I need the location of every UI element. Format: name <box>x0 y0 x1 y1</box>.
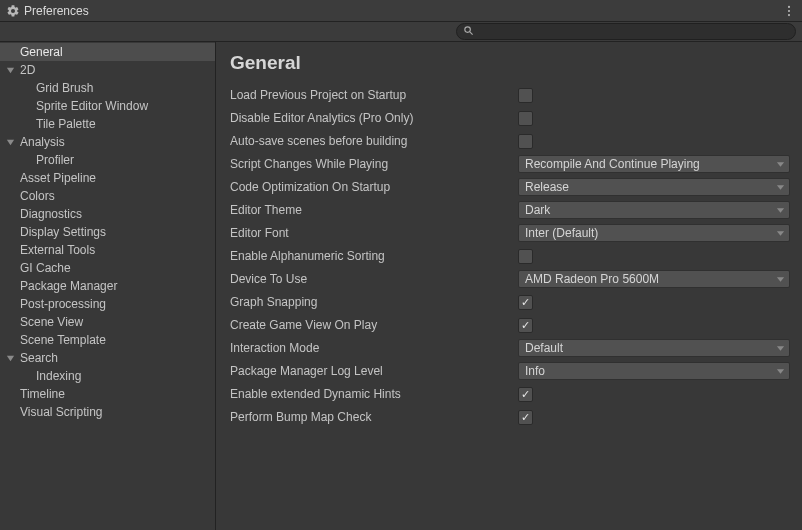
dropdown[interactable]: Dark <box>518 201 790 219</box>
dropdown[interactable]: Recompile And Continue Playing <box>518 155 790 173</box>
setting-label: Load Previous Project on Startup <box>230 88 518 102</box>
sidebar-item-label: Visual Scripting <box>18 405 103 419</box>
dropdown[interactable]: Default <box>518 339 790 357</box>
search-input[interactable] <box>480 26 789 38</box>
sidebar-item[interactable]: Package Manager <box>0 277 215 295</box>
checkbox[interactable] <box>518 295 533 310</box>
sidebar-item-label: Search <box>18 351 58 365</box>
foldout-triangle-icon[interactable] <box>4 66 16 75</box>
checkbox[interactable] <box>518 88 533 103</box>
foldout-triangle-icon[interactable] <box>4 138 16 147</box>
svg-point-1 <box>788 9 790 11</box>
dropdown-value: AMD Radeon Pro 5600M <box>525 272 659 286</box>
dropdown-value: Recompile And Continue Playing <box>525 157 700 171</box>
checkbox[interactable] <box>518 111 533 126</box>
settings-panel: General Load Previous Project on Startup… <box>216 42 802 530</box>
checkbox[interactable] <box>518 134 533 149</box>
searchbar <box>0 22 802 42</box>
more-icon[interactable] <box>782 4 796 18</box>
setting-row: Load Previous Project on Startup <box>230 86 790 104</box>
sidebar-item[interactable]: Analysis <box>0 133 215 151</box>
sidebar-item-label: Package Manager <box>18 279 117 293</box>
sidebar-item-label: GI Cache <box>18 261 71 275</box>
checkbox[interactable] <box>518 318 533 333</box>
dropdown[interactable]: AMD Radeon Pro 5600M <box>518 270 790 288</box>
setting-label: Editor Font <box>230 226 518 240</box>
setting-control <box>518 318 790 333</box>
setting-label: Package Manager Log Level <box>230 364 518 378</box>
sidebar-item[interactable]: 2D <box>0 61 215 79</box>
setting-row: Enable extended Dynamic Hints <box>230 385 790 403</box>
dropdown[interactable]: Release <box>518 178 790 196</box>
checkbox[interactable] <box>518 249 533 264</box>
sidebar-item[interactable]: GI Cache <box>0 259 215 277</box>
sidebar-item[interactable]: Diagnostics <box>0 205 215 223</box>
category-sidebar: General2DGrid BrushSprite Editor WindowT… <box>0 42 216 530</box>
setting-row: Graph Snapping <box>230 293 790 311</box>
sidebar-item-label: 2D <box>18 63 35 77</box>
setting-control <box>518 111 790 126</box>
sidebar-item[interactable]: Colors <box>0 187 215 205</box>
dropdown[interactable]: Inter (Default) <box>518 224 790 242</box>
setting-row: Disable Editor Analytics (Pro Only) <box>230 109 790 127</box>
sidebar-item-label: Profiler <box>34 153 74 167</box>
setting-label: Script Changes While Playing <box>230 157 518 171</box>
setting-row: Create Game View On Play <box>230 316 790 334</box>
sidebar-item[interactable]: Scene Template <box>0 331 215 349</box>
checkbox[interactable] <box>518 410 533 425</box>
chevron-down-icon <box>776 344 785 353</box>
sidebar-item[interactable]: Search <box>0 349 215 367</box>
setting-label: Code Optimization On Startup <box>230 180 518 194</box>
foldout-triangle-icon[interactable] <box>4 354 16 363</box>
sidebar-item-label: Timeline <box>18 387 65 401</box>
page-heading: General <box>230 52 790 74</box>
setting-control: Inter (Default) <box>518 224 790 242</box>
setting-row: Script Changes While PlayingRecompile An… <box>230 155 790 173</box>
sidebar-item[interactable]: Visual Scripting <box>0 403 215 421</box>
setting-control: Default <box>518 339 790 357</box>
setting-label: Auto-save scenes before building <box>230 134 518 148</box>
sidebar-item-label: Display Settings <box>18 225 106 239</box>
setting-label: Graph Snapping <box>230 295 518 309</box>
setting-label: Disable Editor Analytics (Pro Only) <box>230 111 518 125</box>
setting-row: Auto-save scenes before building <box>230 132 790 150</box>
dropdown-value: Info <box>525 364 545 378</box>
window-title: Preferences <box>24 4 89 18</box>
sidebar-item[interactable]: Timeline <box>0 385 215 403</box>
chevron-down-icon <box>776 160 785 169</box>
setting-control <box>518 387 790 402</box>
sidebar-item-label: Indexing <box>34 369 81 383</box>
svg-line-4 <box>470 31 473 34</box>
sidebar-item[interactable]: Profiler <box>0 151 215 169</box>
checkbox[interactable] <box>518 387 533 402</box>
sidebar-item[interactable]: General <box>0 43 215 61</box>
setting-control: Recompile And Continue Playing <box>518 155 790 173</box>
setting-label: Editor Theme <box>230 203 518 217</box>
sidebar-item[interactable]: Scene View <box>0 313 215 331</box>
setting-control: Info <box>518 362 790 380</box>
sidebar-item[interactable]: Sprite Editor Window <box>0 97 215 115</box>
setting-control <box>518 134 790 149</box>
svg-point-3 <box>465 26 471 32</box>
setting-label: Perform Bump Map Check <box>230 410 518 424</box>
sidebar-item[interactable]: Grid Brush <box>0 79 215 97</box>
sidebar-item-label: External Tools <box>18 243 95 257</box>
setting-control <box>518 249 790 264</box>
dropdown[interactable]: Info <box>518 362 790 380</box>
sidebar-item[interactable]: Indexing <box>0 367 215 385</box>
sidebar-item[interactable]: External Tools <box>0 241 215 259</box>
sidebar-item[interactable]: Display Settings <box>0 223 215 241</box>
setting-label: Enable Alphanumeric Sorting <box>230 249 518 263</box>
sidebar-item[interactable]: Asset Pipeline <box>0 169 215 187</box>
setting-row: Perform Bump Map Check <box>230 408 790 426</box>
setting-row: Enable Alphanumeric Sorting <box>230 247 790 265</box>
sidebar-item[interactable]: Tile Palette <box>0 115 215 133</box>
setting-control: Dark <box>518 201 790 219</box>
sidebar-item[interactable]: Post-processing <box>0 295 215 313</box>
setting-control <box>518 410 790 425</box>
svg-point-2 <box>788 14 790 16</box>
sidebar-item-label: Sprite Editor Window <box>34 99 148 113</box>
dropdown-value: Default <box>525 341 563 355</box>
search-field-wrap[interactable] <box>456 23 796 40</box>
chevron-down-icon <box>776 229 785 238</box>
